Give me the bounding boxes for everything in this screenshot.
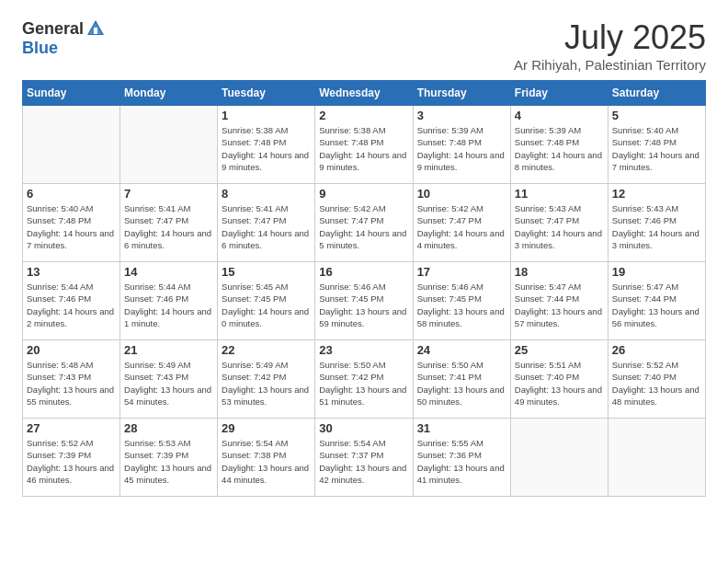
weekday-header-wednesday: Wednesday bbox=[315, 81, 413, 106]
day-info: Sunrise: 5:45 AM Sunset: 7:45 PM Dayligh… bbox=[222, 281, 311, 329]
day-number: 1 bbox=[222, 109, 311, 122]
calendar-cell bbox=[510, 419, 608, 497]
day-info: Sunrise: 5:42 AM Sunset: 7:47 PM Dayligh… bbox=[319, 202, 408, 251]
calendar-cell bbox=[23, 106, 120, 184]
header: General Blue July 2025 Ar Rihiyah, Pales… bbox=[22, 18, 706, 73]
day-info: Sunrise: 5:50 AM Sunset: 7:41 PM Dayligh… bbox=[417, 359, 506, 408]
calendar-title: July 2025 bbox=[514, 18, 706, 57]
calendar-subtitle: Ar Rihiyah, Palestinian Territory bbox=[514, 57, 706, 73]
day-info: Sunrise: 5:50 AM Sunset: 7:42 PM Dayligh… bbox=[319, 359, 408, 408]
calendar-cell: 15Sunrise: 5:45 AM Sunset: 7:45 PM Dayli… bbox=[218, 262, 315, 340]
calendar-cell: 14Sunrise: 5:44 AM Sunset: 7:46 PM Dayli… bbox=[120, 262, 218, 340]
calendar-cell: 19Sunrise: 5:47 AM Sunset: 7:44 PM Dayli… bbox=[608, 262, 705, 340]
day-number: 31 bbox=[417, 421, 506, 435]
calendar-cell bbox=[608, 419, 705, 497]
day-info: Sunrise: 5:54 AM Sunset: 7:38 PM Dayligh… bbox=[222, 437, 311, 486]
calendar-cell: 26Sunrise: 5:52 AM Sunset: 7:40 PM Dayli… bbox=[608, 340, 705, 419]
logo-general-text: General bbox=[22, 19, 84, 39]
day-info: Sunrise: 5:38 AM Sunset: 7:48 PM Dayligh… bbox=[222, 124, 311, 173]
day-number: 13 bbox=[27, 265, 116, 279]
day-number: 14 bbox=[124, 265, 213, 279]
day-number: 17 bbox=[417, 265, 506, 279]
calendar-cell: 27Sunrise: 5:52 AM Sunset: 7:39 PM Dayli… bbox=[23, 419, 120, 497]
calendar-cell: 25Sunrise: 5:51 AM Sunset: 7:40 PM Dayli… bbox=[510, 340, 608, 419]
day-number: 5 bbox=[612, 109, 701, 122]
day-info: Sunrise: 5:39 AM Sunset: 7:48 PM Dayligh… bbox=[515, 124, 604, 173]
day-number: 26 bbox=[612, 343, 701, 357]
calendar-cell: 3Sunrise: 5:39 AM Sunset: 7:48 PM Daylig… bbox=[413, 106, 510, 184]
day-info: Sunrise: 5:49 AM Sunset: 7:43 PM Dayligh… bbox=[124, 359, 213, 408]
day-info: Sunrise: 5:46 AM Sunset: 7:45 PM Dayligh… bbox=[319, 281, 408, 329]
day-info: Sunrise: 5:54 AM Sunset: 7:37 PM Dayligh… bbox=[319, 437, 408, 486]
logo-icon bbox=[85, 18, 106, 39]
weekday-header-thursday: Thursday bbox=[413, 81, 510, 106]
day-number: 18 bbox=[515, 265, 604, 279]
calendar-cell: 20Sunrise: 5:48 AM Sunset: 7:43 PM Dayli… bbox=[23, 340, 120, 419]
day-number: 27 bbox=[27, 421, 116, 435]
calendar-cell: 11Sunrise: 5:43 AM Sunset: 7:47 PM Dayli… bbox=[510, 184, 608, 262]
calendar-cell bbox=[120, 106, 218, 184]
day-number: 6 bbox=[27, 187, 116, 201]
day-number: 16 bbox=[319, 265, 408, 279]
day-number: 9 bbox=[319, 187, 408, 201]
calendar-cell: 12Sunrise: 5:43 AM Sunset: 7:46 PM Dayli… bbox=[608, 184, 705, 262]
day-info: Sunrise: 5:42 AM Sunset: 7:47 PM Dayligh… bbox=[417, 202, 506, 251]
calendar-cell: 10Sunrise: 5:42 AM Sunset: 7:47 PM Dayli… bbox=[413, 184, 510, 262]
day-number: 20 bbox=[27, 343, 116, 357]
week-row-2: 6Sunrise: 5:40 AM Sunset: 7:48 PM Daylig… bbox=[23, 184, 706, 262]
weekday-header-monday: Monday bbox=[120, 81, 218, 106]
calendar-cell: 6Sunrise: 5:40 AM Sunset: 7:48 PM Daylig… bbox=[23, 184, 120, 262]
weekday-header-tuesday: Tuesday bbox=[218, 81, 315, 106]
day-info: Sunrise: 5:40 AM Sunset: 7:48 PM Dayligh… bbox=[27, 202, 116, 251]
weekday-header-sunday: Sunday bbox=[23, 81, 120, 106]
day-info: Sunrise: 5:43 AM Sunset: 7:47 PM Dayligh… bbox=[515, 202, 604, 251]
weekday-header-friday: Friday bbox=[510, 81, 608, 106]
day-number: 2 bbox=[319, 109, 408, 122]
week-row-3: 13Sunrise: 5:44 AM Sunset: 7:46 PM Dayli… bbox=[23, 262, 706, 340]
calendar-cell: 31Sunrise: 5:55 AM Sunset: 7:36 PM Dayli… bbox=[413, 419, 510, 497]
day-number: 23 bbox=[319, 343, 408, 357]
title-block: July 2025 Ar Rihiyah, Palestinian Territ… bbox=[514, 18, 706, 73]
day-number: 24 bbox=[417, 343, 506, 357]
calendar-cell: 7Sunrise: 5:41 AM Sunset: 7:47 PM Daylig… bbox=[120, 184, 218, 262]
calendar-cell: 4Sunrise: 5:39 AM Sunset: 7:48 PM Daylig… bbox=[510, 106, 608, 184]
day-number: 29 bbox=[222, 421, 311, 435]
calendar-cell: 13Sunrise: 5:44 AM Sunset: 7:46 PM Dayli… bbox=[23, 262, 120, 340]
calendar-cell: 22Sunrise: 5:49 AM Sunset: 7:42 PM Dayli… bbox=[218, 340, 315, 419]
day-info: Sunrise: 5:52 AM Sunset: 7:40 PM Dayligh… bbox=[612, 359, 701, 408]
week-row-5: 27Sunrise: 5:52 AM Sunset: 7:39 PM Dayli… bbox=[23, 419, 706, 497]
day-number: 28 bbox=[124, 421, 213, 435]
week-row-1: 1Sunrise: 5:38 AM Sunset: 7:48 PM Daylig… bbox=[23, 106, 706, 184]
calendar-cell: 21Sunrise: 5:49 AM Sunset: 7:43 PM Dayli… bbox=[120, 340, 218, 419]
day-number: 15 bbox=[222, 265, 311, 279]
calendar-cell: 24Sunrise: 5:50 AM Sunset: 7:41 PM Dayli… bbox=[413, 340, 510, 419]
calendar-cell: 17Sunrise: 5:46 AM Sunset: 7:45 PM Dayli… bbox=[413, 262, 510, 340]
calendar-cell: 8Sunrise: 5:41 AM Sunset: 7:47 PM Daylig… bbox=[218, 184, 315, 262]
day-info: Sunrise: 5:52 AM Sunset: 7:39 PM Dayligh… bbox=[27, 437, 116, 486]
week-row-4: 20Sunrise: 5:48 AM Sunset: 7:43 PM Dayli… bbox=[23, 340, 706, 419]
day-info: Sunrise: 5:48 AM Sunset: 7:43 PM Dayligh… bbox=[27, 359, 116, 408]
day-number: 22 bbox=[222, 343, 311, 357]
day-number: 30 bbox=[319, 421, 408, 435]
day-number: 25 bbox=[515, 343, 604, 357]
day-info: Sunrise: 5:43 AM Sunset: 7:46 PM Dayligh… bbox=[612, 202, 701, 251]
day-number: 7 bbox=[124, 187, 213, 201]
day-number: 11 bbox=[515, 187, 604, 201]
calendar-cell: 30Sunrise: 5:54 AM Sunset: 7:37 PM Dayli… bbox=[315, 419, 413, 497]
day-info: Sunrise: 5:44 AM Sunset: 7:46 PM Dayligh… bbox=[124, 281, 213, 329]
day-number: 8 bbox=[222, 187, 311, 201]
calendar-cell: 9Sunrise: 5:42 AM Sunset: 7:47 PM Daylig… bbox=[315, 184, 413, 262]
calendar-cell: 5Sunrise: 5:40 AM Sunset: 7:48 PM Daylig… bbox=[608, 106, 705, 184]
day-info: Sunrise: 5:38 AM Sunset: 7:48 PM Dayligh… bbox=[319, 124, 408, 173]
page: General Blue July 2025 Ar Rihiyah, Pales… bbox=[0, 0, 728, 515]
day-info: Sunrise: 5:41 AM Sunset: 7:47 PM Dayligh… bbox=[222, 202, 311, 251]
calendar-cell: 29Sunrise: 5:54 AM Sunset: 7:38 PM Dayli… bbox=[218, 419, 315, 497]
day-number: 3 bbox=[417, 109, 506, 122]
day-info: Sunrise: 5:55 AM Sunset: 7:36 PM Dayligh… bbox=[417, 437, 506, 486]
day-number: 12 bbox=[612, 187, 701, 201]
day-info: Sunrise: 5:53 AM Sunset: 7:39 PM Dayligh… bbox=[124, 437, 213, 486]
day-info: Sunrise: 5:49 AM Sunset: 7:42 PM Dayligh… bbox=[222, 359, 311, 408]
calendar-cell: 18Sunrise: 5:47 AM Sunset: 7:44 PM Dayli… bbox=[510, 262, 608, 340]
svg-rect-2 bbox=[94, 28, 97, 34]
weekday-header-saturday: Saturday bbox=[608, 81, 705, 106]
